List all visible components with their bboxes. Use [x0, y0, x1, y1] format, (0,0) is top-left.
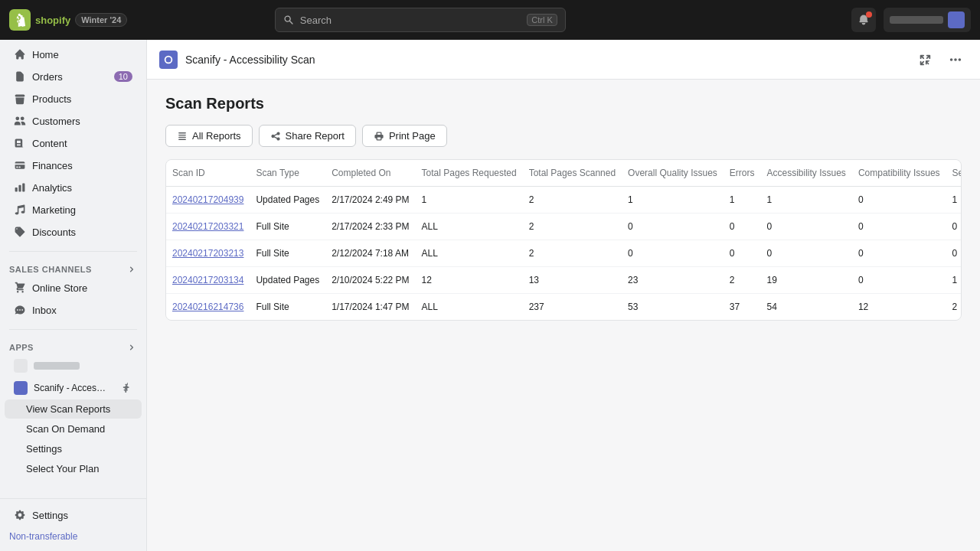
sidebar-item-inbox[interactable]: Inbox	[5, 299, 142, 321]
table-header-search-issues: Search Issues	[946, 160, 962, 187]
sidebar-item-marketing[interactable]: Marketing	[5, 199, 142, 220]
table-cell: ALL	[416, 294, 523, 321]
sidebar-item-finances[interactable]: Finances	[5, 155, 142, 176]
brand-logo[interactable]: shopify Winter '24	[9, 9, 127, 31]
table-cell[interactable]: 20240217204939	[166, 187, 250, 214]
table-cell[interactable]: 20240217203134	[166, 267, 250, 294]
sidebar-subitem-label: Select Your Plan	[26, 463, 99, 474]
scanify-label: Scanify - Accessibility ...	[34, 383, 110, 393]
top-navigation: shopify Winter '24 Search Ctrl K	[0, 0, 980, 40]
table-cell: 2/12/2024 7:18 AM	[325, 240, 415, 267]
table-cell[interactable]: 20240217203321	[166, 214, 250, 240]
search-icon	[283, 15, 294, 25]
pin-icon	[122, 382, 132, 395]
scan-reports-table: Scan IDScan TypeCompleted OnTotal Pages …	[165, 159, 962, 321]
table-cell: 1	[622, 187, 724, 214]
products-icon	[14, 93, 26, 105]
table-cell: 12	[416, 267, 523, 294]
fullscreen-button[interactable]	[913, 47, 937, 72]
sidebar-item-settings-main[interactable]: Settings	[5, 504, 142, 526]
sidebar-item-view-scan-reports[interactable]: View Scan Reports	[5, 399, 142, 419]
table-cell: 0	[852, 214, 946, 240]
all-reports-button[interactable]: All Reports	[165, 125, 253, 147]
app-header-bar: Scanify - Accessibility Scan	[147, 40, 980, 80]
table-cell[interactable]: 20240216214736	[166, 294, 250, 321]
sidebar-item-analytics[interactable]: Analytics	[5, 177, 142, 198]
sidebar-item-customers[interactable]: Customers	[5, 110, 142, 132]
page-title: Scan Reports	[165, 95, 962, 112]
table-cell: 1	[761, 187, 852, 214]
table-cell: Full Site	[250, 214, 325, 240]
notification-button[interactable]	[851, 8, 876, 32]
sidebar-divider-2	[9, 329, 137, 330]
sidebar-item-scanify[interactable]: Scanify - Accessibility ...	[5, 377, 142, 399]
sidebar-blurred-app[interactable]	[5, 355, 142, 377]
table-cell: 19	[761, 267, 852, 294]
share-icon	[270, 131, 281, 142]
table-row: 20240216214736Full Site1/17/2024 1:47 PM…	[166, 294, 962, 321]
sidebar-item-home[interactable]: Home	[5, 44, 142, 65]
table-header-scan-id: Scan ID	[166, 160, 250, 187]
scanify-icon	[14, 381, 28, 395]
table-cell: 1/17/2024 1:47 PM	[325, 294, 415, 321]
print-page-button[interactable]: Print Page	[362, 125, 447, 147]
more-options-icon	[949, 53, 962, 67]
table-cell: 0	[622, 214, 724, 240]
sidebar-item-settings[interactable]: Settings	[5, 439, 142, 458]
table-header-errors: Errors	[724, 160, 761, 187]
table-header-overall-quality-issues: Overall Quality Issues	[622, 160, 724, 187]
table-header-scan-type: Scan Type	[250, 160, 325, 187]
sidebar-subitem-label: View Scan Reports	[26, 403, 110, 415]
orders-badge: 10	[114, 71, 132, 82]
all-reports-icon	[177, 131, 188, 142]
table-header-total-pages-requested: Total Pages Requested	[416, 160, 523, 187]
sales-channels-header: Sales channels	[0, 259, 146, 276]
settings-icon	[14, 509, 26, 521]
home-icon	[14, 48, 26, 60]
sidebar-item-orders[interactable]: Orders 10	[5, 66, 142, 87]
app-header-actions	[913, 47, 968, 72]
user-menu[interactable]	[884, 8, 971, 32]
sidebar-item-discounts[interactable]: Discounts	[5, 221, 142, 243]
more-options-button[interactable]	[943, 47, 968, 72]
sidebar-item-label: Customers	[32, 116, 80, 127]
table-cell: 0	[852, 240, 946, 267]
non-transferable-label: Non-transferable	[0, 527, 146, 546]
sidebar-item-label: Finances	[32, 160, 73, 171]
sidebar-item-select-plan[interactable]: Select Your Plan	[5, 459, 142, 478]
table-cell: 0	[724, 240, 761, 267]
all-reports-label: All Reports	[192, 130, 241, 142]
sidebar-subitem-label: Settings	[26, 443, 62, 455]
table-cell: 1	[946, 187, 962, 214]
table-cell: ALL	[416, 240, 523, 267]
sidebar-item-label: Content	[32, 138, 67, 149]
table-row: 20240217203213Full Site2/12/2024 7:18 AM…	[166, 240, 962, 267]
sidebar-main-section: Home Orders 10 Products Customers Conten…	[0, 40, 146, 246]
discounts-icon	[14, 226, 26, 238]
search-bar[interactable]: Search Ctrl K	[275, 8, 566, 32]
table-cell: 12	[852, 294, 946, 321]
table-cell: 1	[946, 267, 962, 294]
toolbar: All Reports Share Report Print Page	[165, 125, 962, 147]
share-report-button[interactable]: Share Report	[259, 125, 356, 147]
table-cell[interactable]: 20240217203213	[166, 240, 250, 267]
user-name	[890, 16, 943, 24]
sidebar-item-content[interactable]: Content	[5, 132, 142, 154]
sidebar-item-products[interactable]: Products	[5, 88, 142, 109]
table-cell: 2	[523, 214, 622, 240]
store-icon	[14, 282, 26, 294]
table-cell: 2	[724, 267, 761, 294]
print-icon	[374, 131, 384, 142]
brand-name: shopify	[35, 15, 70, 26]
table-header-total-pages-scanned: Total Pages Scanned	[523, 160, 622, 187]
finances-icon	[14, 159, 26, 171]
sidebar-item-online-store[interactable]: Online Store	[5, 277, 142, 298]
fullscreen-icon	[918, 53, 932, 67]
table-cell: Updated Pages	[250, 187, 325, 214]
sidebar-item-scan-on-demand[interactable]: Scan On Demand	[5, 419, 142, 439]
table-cell: 2	[523, 240, 622, 267]
table-cell: Full Site	[250, 240, 325, 267]
page-content: Scan Reports All Reports Share Report Pr…	[147, 80, 980, 551]
content-icon	[14, 137, 26, 149]
table-cell: Full Site	[250, 294, 325, 321]
